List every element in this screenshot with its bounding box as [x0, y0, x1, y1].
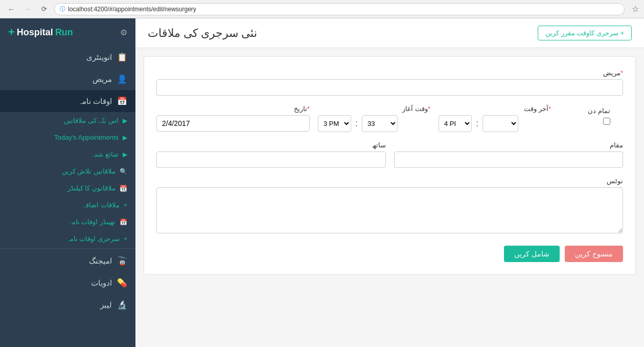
chevron-right-icon: ▶ [123, 134, 127, 141]
sidebar-header: + Hospital Run ⚙ [0, 18, 135, 46]
date-group: *تاریخ [156, 105, 310, 132]
page-title: نئی سرجری کی ملاقات [148, 27, 257, 40]
patient-required-star: * [620, 69, 623, 77]
sub-item-label: ملاقات اضافہ [82, 201, 120, 209]
chevron-right-icon: ▶ [123, 151, 127, 158]
sub-item-label: نھینڈر اوقات نامہ [68, 218, 116, 226]
time-start-group: *وقت آغاز 3 PM 4 PM : 33 30 35 [318, 105, 430, 132]
sidebar-sub-search[interactable]: 🔍 ملاقاتیں تلاش کریں [0, 163, 135, 180]
submit-button[interactable]: شامل کریں [504, 246, 560, 262]
sub-item-label: اس بتّے کی ملاقاتیں [64, 117, 119, 124]
sidebar: + Hospital Run ⚙ 📋 انوینٹری 👤 مریض 📅 اوق… [0, 18, 135, 347]
sidebar-item-label: امیجنگ [89, 256, 112, 266]
logo-run: Run [55, 27, 73, 38]
appointments-icon: 📅 [117, 96, 127, 106]
location-input[interactable] [394, 151, 624, 168]
appointment-form: *مریض *تاریخ *وقت آغاز [144, 56, 636, 275]
secure-icon: ⓘ [60, 5, 65, 13]
time-end-required-star: * [548, 105, 551, 113]
sub-item-label: ملاقاتیں تلاش کریں [62, 167, 116, 175]
allday-group: تمام دن [559, 105, 610, 125]
sidebar-item-patients[interactable]: 👤 مریض [0, 68, 135, 90]
sidebar-sub-schedule[interactable]: 📅 نھینڈر اوقات نامہ [0, 213, 135, 230]
chevron-right-icon: ▶ [123, 117, 127, 124]
allday-label: تمام دن [588, 107, 610, 115]
sidebar-sub-calendar[interactable]: 📆 ملاقاتوں کا کیلنڈر [0, 180, 135, 197]
sidebar-item-emergency[interactable]: 🚡 امیجنگ [0, 250, 135, 272]
form-actions: شامل کریں منسوح کریں [156, 246, 623, 262]
search-icon: 🔍 [120, 168, 127, 175]
calendar-plus-icon: 📅 [120, 219, 127, 226]
cancel-button[interactable]: منسوح کریں [565, 246, 623, 262]
logo-plus: + [8, 26, 15, 39]
datetime-row: *تاریخ *وقت آغاز 3 PM 4 PM : [156, 105, 623, 141]
sub-item-label: ملاقاتوں کا کیلنڈر [67, 184, 116, 192]
sidebar-item-label: ادویات [91, 278, 112, 288]
time-end-label: *آخر وقت [439, 105, 551, 113]
bookmark-icon[interactable]: ☆ [632, 4, 639, 14]
location-label: مقام [394, 141, 624, 149]
logo-hospital: Hospital [17, 27, 53, 38]
time-end-hour-select[interactable]: 4 PI 4 PM 5 PM [439, 115, 472, 132]
date-input[interactable] [156, 115, 310, 132]
url-text: localhost:4200/#/appointments/edit/newsu… [68, 6, 196, 13]
time-colon: : [354, 118, 359, 129]
sidebar-item-labs[interactable]: 🔬 لیبز [0, 294, 135, 316]
date-label: *تاریخ [156, 105, 310, 113]
app-layout: + Hospital Run ⚙ 📋 انوینٹری 👤 مریض 📅 اوق… [0, 18, 644, 347]
sidebar-sub-upcoming[interactable]: ▶ اس بتّے کی ملاقاتیں [0, 112, 135, 129]
sub-item-label: ضائع شدہ [90, 150, 119, 158]
patient-group: *مریض [156, 69, 623, 96]
patient-label: *مریض [156, 69, 623, 77]
time-start-label: *وقت آغاز [318, 105, 430, 113]
sidebar-divider [0, 248, 135, 249]
forward-button[interactable]: → [21, 3, 34, 15]
sidebar-item-medications[interactable]: 💊 ادویات [0, 272, 135, 294]
with-group: ساتھ [156, 141, 386, 168]
back-button[interactable]: ← [5, 3, 17, 15]
date-required-star: * [307, 105, 310, 113]
with-location-row: ساتھ مقام [156, 141, 623, 177]
inventory-icon: 📋 [117, 52, 127, 62]
time-start-minutes-select[interactable]: 33 30 35 [362, 115, 398, 132]
sidebar-item-inventory[interactable]: 📋 انوینٹری [0, 46, 135, 68]
medications-icon: 💊 [117, 278, 127, 288]
time-end-group: *آخر وقت 4 PI 4 PM 5 PM : 00 05 [439, 105, 551, 132]
time-start-row: 3 PM 4 PM : 33 30 35 [318, 115, 430, 132]
time-start-required-star: * [428, 105, 430, 113]
sidebar-sub-today[interactable]: ▶ Today's Appointments [0, 129, 135, 146]
sub-item-label: Today's Appointments [54, 134, 119, 141]
sidebar-sub-deleted[interactable]: ▶ ضائع شدہ [0, 146, 135, 163]
sub-item-label: سرجری اوقات نامہ [66, 235, 120, 243]
patient-input[interactable] [156, 79, 623, 96]
time-end-row: 4 PI 4 PM 5 PM : 00 05 10 15 20 25 [439, 115, 551, 132]
browser-bar: ← → ⟳ ⓘ localhost:4200/#/appointments/ed… [0, 0, 644, 18]
labs-icon: 🔬 [117, 300, 127, 310]
refresh-button[interactable]: ⟳ [38, 3, 50, 15]
location-group: مقام [394, 141, 624, 168]
patients-icon: 👤 [117, 74, 127, 84]
gear-icon[interactable]: ⚙ [120, 28, 127, 37]
allday-checkbox[interactable] [603, 118, 610, 125]
notes-group: نوٹس [156, 177, 623, 235]
plus-icon: + [124, 202, 127, 209]
time-end-minutes-select[interactable]: 00 05 10 15 20 25 30 35 [482, 115, 518, 132]
sidebar-nav: 📋 انوینٹری 👤 مریض 📅 اوقات نامہ ▶ اس بتّے… [0, 46, 135, 347]
sidebar-item-label: انوینٹری [86, 53, 112, 62]
sidebar-item-label: اوقات نامہ [78, 97, 112, 106]
url-bar[interactable]: ⓘ localhost:4200/#/appointments/edit/new… [54, 3, 625, 15]
sidebar-sub-surgery-schedule[interactable]: + سرجری اوقات نامہ [0, 230, 135, 247]
with-input[interactable] [156, 151, 386, 168]
plus-icon: + [124, 235, 127, 243]
emergency-icon: 🚡 [117, 256, 127, 266]
schedule-surgery-button[interactable]: + سرجری کاوقت مقرر کریں [538, 26, 632, 40]
sidebar-item-label: مریض [93, 75, 112, 84]
sidebar-item-label: لیبز [100, 300, 112, 310]
page-header: نئی سرجری کی ملاقات + سرجری کاوقت مقرر ک… [135, 18, 644, 48]
sidebar-item-appointments[interactable]: 📅 اوقات نامہ [0, 90, 135, 112]
with-label: ساتھ [156, 141, 386, 149]
time-start-hour-select[interactable]: 3 PM 4 PM [318, 115, 351, 132]
notes-label: نوٹس [156, 177, 623, 185]
notes-textarea[interactable] [156, 187, 623, 233]
sidebar-sub-add[interactable]: + ملاقات اضافہ [0, 197, 135, 213]
